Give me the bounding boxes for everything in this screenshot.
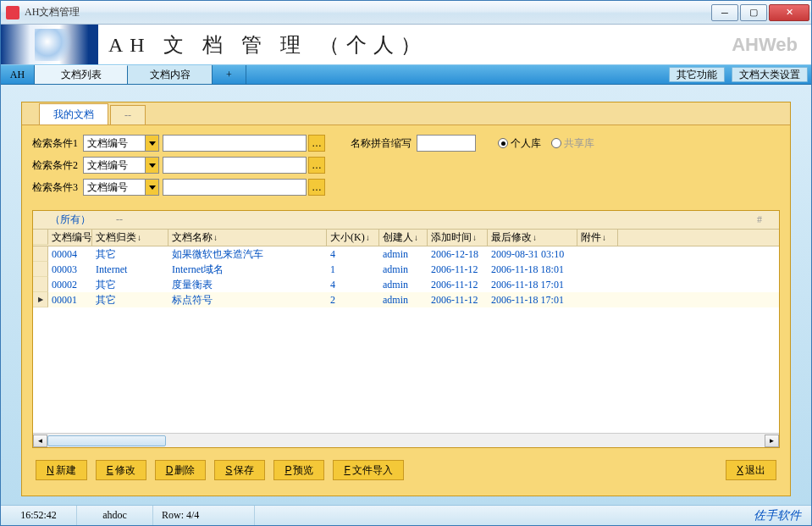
grid-hash-icon: # xyxy=(757,213,762,226)
table-row[interactable]: 00002其它度量衡表4admin2006-11-122006-11-18 17… xyxy=(33,277,779,292)
grid-header: 文档编号 文档归类 文档名称 大小(K) 创建人 添加时间 最后修改 附件 xyxy=(33,230,779,246)
import-button[interactable]: F 文件导入 xyxy=(333,460,403,480)
panel-tab-inactive[interactable]: -- xyxy=(110,105,146,125)
cell-size: 4 xyxy=(327,278,379,292)
chevron-down-icon[interactable] xyxy=(145,180,158,195)
radio-shared: 共享库 xyxy=(551,136,594,151)
cell-category: Internet xyxy=(92,263,168,277)
tab-plus[interactable]: + xyxy=(213,65,246,84)
browse-button-1[interactable]: … xyxy=(308,135,325,152)
row-indicator[interactable] xyxy=(33,277,48,292)
search-label-1: 检索条件1 xyxy=(32,136,83,151)
search-input-2[interactable] xyxy=(163,157,307,174)
banner-art xyxy=(1,25,98,64)
col-size[interactable]: 大小(K) xyxy=(327,230,379,246)
titlebar[interactable]: AH文档管理 ─ ▢ ✕ xyxy=(1,1,811,25)
row-indicator[interactable] xyxy=(33,246,48,262)
search-area: 检索条件1 文档编号 … 名称拼音缩写 个人库 共享库 xyxy=(32,134,780,200)
status-rows: Row: 4/4 xyxy=(153,506,255,525)
filter-all[interactable]: （所有） xyxy=(50,213,91,227)
btn-category-settings[interactable]: 文档大类设置 xyxy=(732,67,808,82)
cell-add-time: 2006-11-12 xyxy=(428,263,488,277)
cell-name: 度量衡表 xyxy=(168,277,327,293)
cell-id: 00004 xyxy=(48,247,92,262)
minimize-button[interactable]: ─ xyxy=(711,4,738,21)
table-row[interactable]: 00003InternetInternet域名1admin2006-11-122… xyxy=(33,262,779,277)
col-creator[interactable]: 创建人 xyxy=(379,230,428,246)
search-input-3[interactable] xyxy=(163,179,307,196)
chevron-down-icon[interactable] xyxy=(145,136,158,151)
search-label-3: 检索条件3 xyxy=(32,180,83,195)
cell-add-time: 2006-11-12 xyxy=(428,293,488,307)
cell-name: 如果微软也来造汽车 xyxy=(168,246,327,263)
horizontal-scrollbar[interactable]: ◄ ► xyxy=(33,433,779,447)
cell-mod-time: 2006-11-18 17:01 xyxy=(488,293,577,307)
header-row-selector[interactable] xyxy=(33,230,48,245)
banner-title: AH 文 档 管 理 （个人） xyxy=(108,31,428,58)
row-indicator[interactable] xyxy=(33,262,48,277)
col-add-time[interactable]: 添加时间 xyxy=(428,230,488,246)
cell-creator: admin xyxy=(379,247,428,262)
window-title: AH文档管理 xyxy=(25,5,710,19)
cell-creator: admin xyxy=(379,293,428,307)
search-combo-3[interactable]: 文档编号 xyxy=(83,179,159,196)
status-bar: 16:52:42 ahdoc Row: 4/4 佐手软件 xyxy=(1,505,811,525)
app-window: AH文档管理 ─ ▢ ✕ AH 文 档 管 理 （个人） AHWeb AH 文档… xyxy=(0,0,812,526)
table-row[interactable]: 00001其它标点符号2admin2006-11-122006-11-18 17… xyxy=(33,292,779,307)
maximize-button[interactable]: ▢ xyxy=(740,4,767,21)
col-doc-id[interactable]: 文档编号 xyxy=(48,230,92,246)
work-area: 我的文档 -- 检索条件1 文档编号 … 名称拼音缩写 个人库 xyxy=(1,85,811,505)
cell-attachment xyxy=(577,284,618,285)
banner-brand: AHWeb xyxy=(732,34,798,56)
tab-ah[interactable]: AH xyxy=(1,65,35,84)
cell-id: 00003 xyxy=(48,263,92,277)
tab-doc-content[interactable]: 文档内容 xyxy=(128,65,213,84)
status-user: ahdoc xyxy=(77,506,153,525)
cell-size: 4 xyxy=(327,247,379,262)
col-name[interactable]: 文档名称 xyxy=(168,230,327,246)
scroll-thumb[interactable] xyxy=(47,435,166,446)
col-mod-time[interactable]: 最后修改 xyxy=(488,230,577,246)
grid-body[interactable]: 00004其它如果微软也来造汽车4admin2006-12-182009-08-… xyxy=(33,246,779,433)
action-button-row: N 新建 E 修改 D 删除 S 保存 P 预览 F 文件导入 X 退出 xyxy=(32,448,780,487)
cell-add-time: 2006-11-12 xyxy=(428,278,488,292)
cell-creator: admin xyxy=(379,278,428,292)
exit-button[interactable]: X 退出 xyxy=(726,460,776,480)
search-combo-1[interactable]: 文档编号 xyxy=(83,135,159,152)
scroll-right-icon[interactable]: ► xyxy=(765,435,779,447)
search-combo-2[interactable]: 文档编号 xyxy=(83,157,159,174)
btn-other-functions[interactable]: 其它功能 xyxy=(669,67,725,82)
search-label-2: 检索条件2 xyxy=(32,158,83,173)
cell-add-time: 2006-12-18 xyxy=(428,247,488,262)
tab-doc-list[interactable]: 文档列表 xyxy=(35,65,128,84)
new-button[interactable]: N 新建 xyxy=(36,460,87,480)
preview-button[interactable]: P 预览 xyxy=(273,460,324,480)
cell-mod-time: 2009-08-31 03:10 xyxy=(488,247,577,262)
data-grid: （所有） -- # 文档编号 文档归类 文档名称 大小(K) 创建人 添加时间 … xyxy=(32,210,780,448)
pinyin-input[interactable] xyxy=(417,135,476,152)
table-row[interactable]: 00004其它如果微软也来造汽车4admin2006-12-182009-08-… xyxy=(33,246,779,262)
delete-button[interactable]: D 删除 xyxy=(155,460,207,480)
cell-creator: admin xyxy=(379,263,428,277)
cell-size: 2 xyxy=(327,293,379,307)
cell-mod-time: 2006-11-18 18:01 xyxy=(488,263,577,277)
save-button[interactable]: S 保存 xyxy=(214,460,265,480)
radio-personal[interactable]: 个人库 xyxy=(498,136,541,151)
cell-id: 00002 xyxy=(48,278,92,292)
main-panel: 我的文档 -- 检索条件1 文档编号 … 名称拼音缩写 个人库 xyxy=(21,102,791,496)
panel-tab-my-docs[interactable]: 我的文档 xyxy=(39,103,108,125)
scroll-left-icon[interactable]: ◄ xyxy=(33,435,47,447)
cell-category: 其它 xyxy=(92,292,168,308)
browse-button-2[interactable]: … xyxy=(308,157,325,174)
browse-button-3[interactable]: … xyxy=(308,179,325,196)
close-button[interactable]: ✕ xyxy=(769,4,809,21)
cell-id: 00001 xyxy=(48,293,92,307)
col-attachment[interactable]: 附件 xyxy=(577,230,618,246)
cell-mod-time: 2006-11-18 17:01 xyxy=(488,278,577,292)
row-indicator[interactable] xyxy=(33,292,48,307)
search-input-1[interactable] xyxy=(163,135,307,152)
col-category[interactable]: 文档归类 xyxy=(92,230,168,246)
edit-button[interactable]: E 修改 xyxy=(96,460,146,480)
grid-filter-bar[interactable]: （所有） -- # xyxy=(33,211,779,230)
chevron-down-icon[interactable] xyxy=(145,158,158,173)
